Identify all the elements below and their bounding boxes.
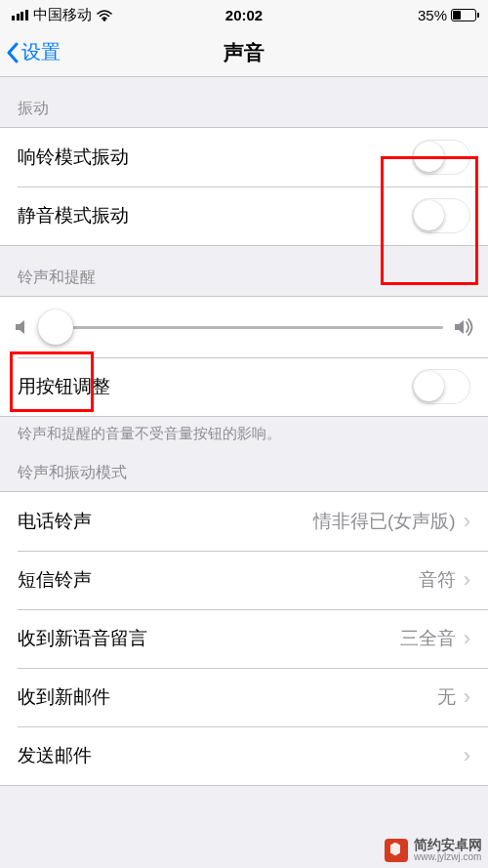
text-tone-cell[interactable]: 短信铃声 音符 › <box>0 551 488 609</box>
svg-point-0 <box>102 18 105 21</box>
chevron-right-icon: › <box>464 743 470 768</box>
battery-pct: 35% <box>418 7 447 23</box>
section-header-ringer: 铃声和提醒 <box>0 246 488 296</box>
speaker-low-icon <box>14 318 29 336</box>
status-left: 中国移动 <box>12 6 112 24</box>
chevron-right-icon: › <box>464 626 470 651</box>
sent-mail-cell[interactable]: 发送邮件 › <box>0 726 488 785</box>
speaker-high-icon <box>453 318 474 336</box>
status-right: 35% <box>418 7 476 23</box>
status-time: 20:02 <box>225 7 263 23</box>
signal-icon <box>12 10 28 21</box>
ringtone-value: 情非得已(女声版) <box>313 509 456 534</box>
watermark-url: www.jylzwj.com <box>414 851 482 862</box>
new-mail-cell[interactable]: 收到新邮件 无 › <box>0 668 488 726</box>
volume-slider-thumb[interactable] <box>38 310 73 345</box>
new-mail-label: 收到新邮件 <box>18 684 110 710</box>
watermark: 简约安卓网 www.jylzwj.com <box>385 838 482 862</box>
vibrate-on-ring-cell[interactable]: 响铃模式振动 <box>0 128 488 186</box>
vibrate-on-ring-label: 响铃模式振动 <box>18 145 129 170</box>
carrier-label: 中国移动 <box>33 6 92 24</box>
chevron-left-icon <box>6 42 20 63</box>
new-mail-value: 无 <box>437 684 456 710</box>
watermark-title: 简约安卓网 <box>414 838 482 851</box>
vibrate-on-silent-toggle[interactable] <box>412 198 470 233</box>
status-bar: 中国移动 20:02 35% <box>0 0 488 28</box>
ringtone-label: 电话铃声 <box>18 509 92 534</box>
text-tone-label: 短信铃声 <box>18 567 92 593</box>
back-button[interactable]: 设置 <box>0 39 61 65</box>
wifi-icon <box>97 10 112 21</box>
ringtone-cell[interactable]: 电话铃声 情非得已(女声版) › <box>0 492 488 551</box>
section-header-sounds: 铃声和振动模式 <box>0 451 488 491</box>
chevron-right-icon: › <box>464 567 470 593</box>
ringer-group: 用按钮调整 <box>0 296 488 417</box>
change-with-buttons-toggle[interactable] <box>412 369 470 404</box>
battery-icon <box>451 9 476 21</box>
voicemail-label: 收到新语音留言 <box>18 626 147 651</box>
section-footer-ringer: 铃声和提醒的音量不受音量按钮的影响。 <box>0 417 488 451</box>
chevron-right-icon: › <box>464 684 470 710</box>
back-label: 设置 <box>21 39 61 65</box>
voicemail-value: 三全音 <box>400 626 456 651</box>
navigation-bar: 设置 声音 <box>0 28 488 77</box>
volume-slider-cell[interactable] <box>0 297 488 357</box>
vibrate-on-ring-toggle[interactable] <box>412 140 470 175</box>
vibrate-on-silent-cell[interactable]: 静音模式振动 <box>0 186 488 245</box>
change-with-buttons-cell[interactable]: 用按钮调整 <box>0 357 488 416</box>
vibrate-on-silent-label: 静音模式振动 <box>18 203 129 228</box>
vibrate-group: 响铃模式振动 静音模式振动 <box>0 127 488 246</box>
sent-mail-label: 发送邮件 <box>18 743 92 768</box>
section-header-vibrate: 振动 <box>0 77 488 127</box>
volume-slider[interactable] <box>39 326 443 329</box>
sounds-group: 电话铃声 情非得已(女声版) › 短信铃声 音符 › 收到新语音留言 三全音 ›… <box>0 491 488 786</box>
voicemail-cell[interactable]: 收到新语音留言 三全音 › <box>0 609 488 668</box>
chevron-right-icon: › <box>464 509 470 534</box>
text-tone-value: 音符 <box>419 567 456 593</box>
watermark-logo-icon <box>385 839 408 862</box>
change-with-buttons-label: 用按钮调整 <box>18 374 110 399</box>
page-title: 声音 <box>224 39 264 66</box>
